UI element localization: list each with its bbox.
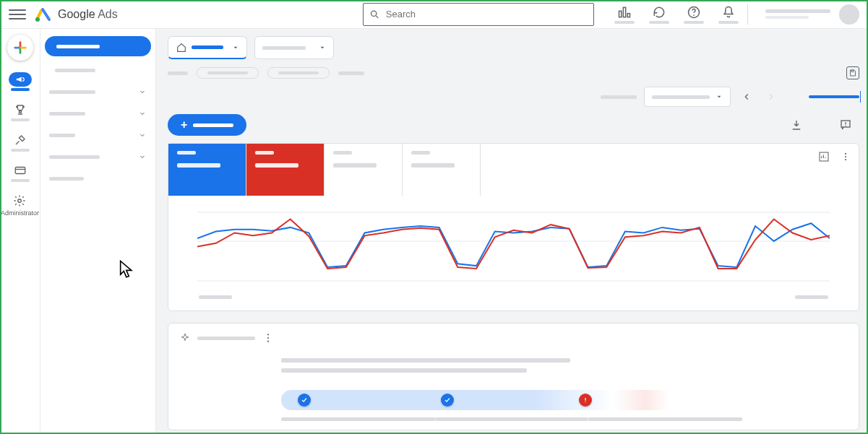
- rail-admin-label: Administrator: [1, 209, 39, 217]
- create-fab[interactable]: [7, 35, 33, 61]
- download-button[interactable]: [790, 118, 803, 131]
- scorecard-1[interactable]: [246, 144, 325, 196]
- insight-card: [168, 323, 859, 430]
- insight-subhead: [281, 368, 527, 373]
- account-switcher[interactable]: [765, 4, 859, 25]
- scorecard-3[interactable]: [403, 144, 481, 196]
- svg-point-20: [845, 153, 846, 155]
- funnel-step-2[interactable]: [441, 394, 454, 407]
- add-filter-label[interactable]: [338, 71, 364, 75]
- rail-item-admin[interactable]: Administrator: [1, 194, 39, 217]
- sidebar-item-2[interactable]: [40, 103, 155, 124]
- sidebar-item-3[interactable]: [40, 124, 155, 146]
- new-campaign-label: [193, 123, 233, 127]
- kebab-icon: [841, 152, 851, 162]
- svg-point-7: [693, 14, 695, 16]
- svg-point-33: [267, 337, 269, 339]
- scope-campaign-chip[interactable]: [254, 36, 334, 59]
- svg-rect-15: [851, 70, 854, 72]
- svg-point-32: [267, 334, 269, 335]
- date-prev-button[interactable]: [738, 88, 755, 105]
- sidebar-item-4[interactable]: [40, 146, 155, 168]
- refresh-icon: [652, 5, 666, 19]
- refresh-button[interactable]: [649, 5, 669, 24]
- gear-icon: [13, 194, 26, 207]
- svg-point-18: [845, 125, 846, 126]
- sidebar-overview-chip[interactable]: [45, 36, 151, 56]
- svg-point-36: [585, 402, 585, 402]
- insight-menu-button[interactable]: [262, 332, 274, 344]
- save-view-button[interactable]: [846, 66, 859, 79]
- check-icon: [301, 396, 308, 404]
- bell-icon: [721, 5, 736, 19]
- filter-chip-1[interactable]: [197, 67, 259, 79]
- card-menu-button[interactable]: [838, 149, 853, 164]
- svg-point-34: [267, 341, 269, 342]
- sidebar-item-1[interactable]: [40, 81, 155, 103]
- compare-toggle[interactable]: [809, 95, 859, 98]
- plus-multicolor-icon: [12, 40, 28, 56]
- brand-text: Google Ads: [58, 8, 118, 21]
- divider: [747, 4, 748, 25]
- notifications-button[interactable]: [718, 5, 739, 24]
- breadcrumb-row: [168, 66, 859, 79]
- search-input[interactable]: [386, 9, 588, 19]
- svg-point-22: [845, 159, 846, 160]
- header-actions: [614, 5, 739, 24]
- funnel-step-1[interactable]: [298, 394, 311, 407]
- avatar[interactable]: [839, 4, 859, 25]
- left-rail: Administrator: [0, 29, 40, 434]
- rail-item-tools[interactable]: [9, 133, 32, 152]
- svg-point-1: [371, 11, 376, 16]
- help-button[interactable]: [684, 5, 704, 24]
- date-compare-label: [601, 95, 637, 99]
- breadcrumb-item[interactable]: [168, 71, 188, 75]
- date-row: [168, 87, 859, 107]
- tools-icon: [14, 134, 27, 147]
- save-icon: [848, 69, 857, 77]
- expand-chart-button[interactable]: [817, 149, 831, 164]
- svg-point-21: [845, 156, 846, 157]
- funnel-step-3[interactable]: [579, 394, 592, 407]
- sidebar-item-5[interactable]: [40, 168, 155, 189]
- dropdown-caret-icon: [716, 93, 723, 100]
- line-chart: [197, 201, 830, 295]
- rail-item-campaigns[interactable]: [9, 72, 32, 91]
- search-icon: [369, 9, 380, 20]
- google-ads-logo-icon: [35, 6, 52, 23]
- funnel-labels: [281, 417, 742, 421]
- card-icon: [14, 164, 27, 177]
- rail-item-billing[interactable]: [9, 163, 32, 182]
- home-icon: [176, 42, 187, 53]
- scope-picker-row: [168, 36, 859, 59]
- app-header: Google Ads: [0, 0, 868, 29]
- insight-headline: [281, 358, 570, 363]
- scorecard-0[interactable]: [168, 144, 246, 196]
- plus-icon: +: [181, 119, 187, 131]
- rail-item-goals[interactable]: [9, 103, 32, 121]
- svg-rect-3: [619, 11, 622, 17]
- sidebar-item-0[interactable]: [40, 59, 155, 81]
- trophy-icon: [14, 103, 27, 116]
- brand-logo[interactable]: Google Ads: [35, 6, 118, 23]
- reports-button[interactable]: [614, 5, 635, 24]
- feedback-button[interactable]: [839, 118, 852, 131]
- hamburger-menu-button[interactable]: [9, 6, 26, 23]
- chevron-right-icon: [766, 92, 776, 102]
- svg-point-14: [18, 199, 22, 203]
- megaphone-icon: [14, 74, 26, 84]
- date-range-picker[interactable]: [644, 87, 731, 107]
- date-next-button: [762, 88, 780, 105]
- new-campaign-button[interactable]: +: [168, 114, 246, 136]
- chart-icon: [818, 151, 830, 162]
- filter-chip-2[interactable]: [267, 67, 330, 79]
- chevron-left-icon: [742, 92, 752, 102]
- scorecard-2[interactable]: [325, 144, 403, 196]
- chevron-down-icon: [138, 87, 147, 96]
- funnel-track: [281, 390, 742, 410]
- error-icon: [582, 396, 589, 404]
- global-search[interactable]: [363, 3, 594, 26]
- scope-account-chip[interactable]: [168, 36, 247, 59]
- svg-rect-5: [627, 13, 629, 17]
- sparkle-icon: [180, 333, 190, 343]
